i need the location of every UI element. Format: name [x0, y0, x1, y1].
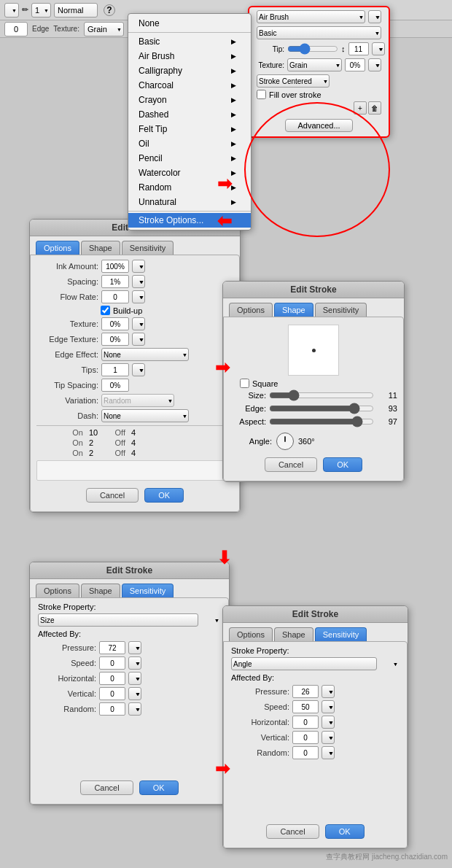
- edge-slider[interactable]: [269, 403, 374, 414]
- normal-select[interactable]: Normal: [54, 3, 98, 18]
- pressure-ss-input[interactable]: [99, 641, 125, 654]
- menu-item-crayon[interactable]: Crayon▶: [128, 93, 251, 107]
- basic-type-row: Basic ▼: [252, 25, 386, 41]
- texture-value[interactable]: [345, 58, 365, 71]
- horizontal-sa-input[interactable]: [292, 716, 319, 729]
- tips-input[interactable]: [101, 363, 129, 376]
- add-icon-btn[interactable]: +: [354, 101, 367, 115]
- menu-item-oil[interactable]: Oil▶: [128, 136, 251, 151]
- tab-sens-shape[interactable]: Sensitivity: [315, 303, 367, 317]
- ink-amount-input[interactable]: [101, 260, 129, 273]
- airbrush-type-select[interactable]: Air Brush: [257, 10, 365, 23]
- vertical-ss-select[interactable]: [128, 687, 141, 700]
- speed-ss-input[interactable]: [99, 656, 125, 670]
- menu-item-felttip[interactable]: Felt Tip▶: [128, 122, 251, 136]
- tab-shape-ss[interactable]: Shape: [81, 584, 120, 597]
- tab-shape-sa[interactable]: Shape: [274, 627, 313, 641]
- stroke-centered-select[interactable]: Stroke Centered: [257, 74, 330, 88]
- random-sa-select[interactable]: [322, 746, 335, 759]
- texture-opt-input[interactable]: [101, 317, 129, 330]
- sa-cancel-button[interactable]: Cancel: [266, 824, 319, 839]
- tip-value[interactable]: [348, 42, 369, 55]
- stroke-options-item[interactable]: Stroke Options...: [128, 213, 251, 228]
- tab-sensitivity-sa[interactable]: Sensitivity: [315, 627, 367, 641]
- texture-type-select[interactable]: Grain: [287, 58, 342, 71]
- tab-sensitivity-ss[interactable]: Sensitivity: [122, 584, 174, 597]
- shape-panel-title: Edit Stroke: [223, 282, 404, 298]
- flow-rate-input[interactable]: [101, 290, 129, 303]
- random-ss-select[interactable]: [128, 702, 141, 716]
- tip-spacing-input[interactable]: [101, 379, 129, 392]
- basic-type-select[interactable]: Basic: [257, 26, 381, 39]
- aspect-slider[interactable]: [269, 416, 374, 427]
- spacing-select[interactable]: [132, 275, 145, 288]
- grain-select[interactable]: Grain: [84, 22, 124, 36]
- airbrush-extra-select[interactable]: [368, 10, 381, 23]
- vertical-sa-input[interactable]: [292, 731, 319, 744]
- flow-rate-select[interactable]: [132, 290, 145, 303]
- advanced-button[interactable]: Advanced...: [285, 119, 352, 132]
- texture-opt-select[interactable]: [132, 317, 145, 330]
- sa-preview-space: [231, 762, 400, 820]
- ss-ok-button[interactable]: OK: [139, 780, 179, 795]
- tip-unit-select[interactable]: [372, 42, 385, 55]
- horizontal-ss-select[interactable]: [128, 672, 141, 685]
- brush-type-select[interactable]: [4, 3, 19, 18]
- buildup-checkbox[interactable]: [101, 306, 110, 315]
- spacing-input[interactable]: [101, 275, 129, 288]
- tab-shape-opt[interactable]: Shape: [81, 241, 120, 255]
- speed-ss-select[interactable]: [128, 656, 141, 670]
- stroke-prop-ss-select[interactable]: Size: [38, 613, 198, 627]
- menu-item-pencil[interactable]: Pencil▶: [128, 151, 251, 166]
- menu-item-watercolor[interactable]: Watercolor▶: [128, 166, 251, 180]
- horizontal-sa-select[interactable]: [322, 716, 335, 729]
- menu-item-none[interactable]: None: [128, 16, 251, 31]
- menu-item-airbrush[interactable]: Air Brush▶: [128, 49, 251, 63]
- brush-size-select[interactable]: 1: [31, 3, 51, 18]
- shape-cancel-button[interactable]: Cancel: [265, 457, 317, 472]
- speed-sa-input[interactable]: [292, 700, 319, 713]
- angle-dial[interactable]: [276, 433, 294, 450]
- delete-icon-btn[interactable]: 🗑: [368, 101, 381, 115]
- menu-item-basic[interactable]: Basic▶: [128, 34, 251, 49]
- menu-item-unnatural[interactable]: Unnatural▶: [128, 195, 251, 209]
- ink-amount-select[interactable]: [132, 260, 145, 273]
- pressure-sa-select[interactable]: [322, 685, 335, 698]
- edge-texture-select[interactable]: [132, 333, 145, 346]
- speed-sa-select[interactable]: [322, 700, 335, 713]
- tips-select[interactable]: [132, 363, 145, 376]
- ss-cancel-button[interactable]: Cancel: [80, 780, 133, 795]
- horizontal-ss-input[interactable]: [99, 672, 125, 685]
- tip-slider[interactable]: [287, 44, 338, 53]
- dash-select[interactable]: None: [101, 409, 189, 422]
- square-checkbox[interactable]: [240, 379, 249, 388]
- menu-item-random[interactable]: Random▶: [128, 180, 251, 195]
- vertical-ss-input[interactable]: [99, 687, 125, 700]
- tab-shape-shape[interactable]: Shape: [274, 303, 313, 317]
- fill-over-stroke-checkbox[interactable]: [257, 90, 266, 99]
- sa-ok-button[interactable]: OK: [325, 824, 365, 839]
- edge-effect-select[interactable]: None: [101, 348, 189, 361]
- random-ss-input[interactable]: [99, 702, 125, 716]
- offset-input[interactable]: [4, 22, 28, 36]
- tab-options-ss[interactable]: Options: [36, 584, 79, 597]
- tab-options[interactable]: Options: [36, 241, 79, 255]
- tab-options-shape[interactable]: Options: [229, 303, 273, 317]
- variation-select[interactable]: Random: [101, 394, 174, 407]
- pressure-sa-input[interactable]: [292, 685, 319, 698]
- stroke-prop-sa-select[interactable]: Angle: [231, 657, 377, 670]
- texture-unit-select[interactable]: [368, 58, 381, 71]
- menu-item-charcoal[interactable]: Charcoal▶: [128, 78, 251, 93]
- vertical-sa-select[interactable]: [322, 731, 335, 744]
- random-sa-input[interactable]: [292, 746, 319, 759]
- shape-ok-button[interactable]: OK: [323, 457, 362, 472]
- options-ok-button[interactable]: OK: [144, 488, 184, 503]
- size-slider[interactable]: [269, 390, 374, 400]
- menu-item-dashed[interactable]: Dashed▶: [128, 107, 251, 122]
- menu-item-calligraphy[interactable]: Calligraphy▶: [128, 63, 251, 78]
- options-cancel-button[interactable]: Cancel: [86, 488, 139, 503]
- edge-texture-input[interactable]: [101, 333, 129, 346]
- pressure-ss-select[interactable]: [128, 641, 141, 654]
- tab-options-sa[interactable]: Options: [229, 627, 273, 641]
- tab-sensitivity-opt[interactable]: Sensitivity: [122, 241, 174, 255]
